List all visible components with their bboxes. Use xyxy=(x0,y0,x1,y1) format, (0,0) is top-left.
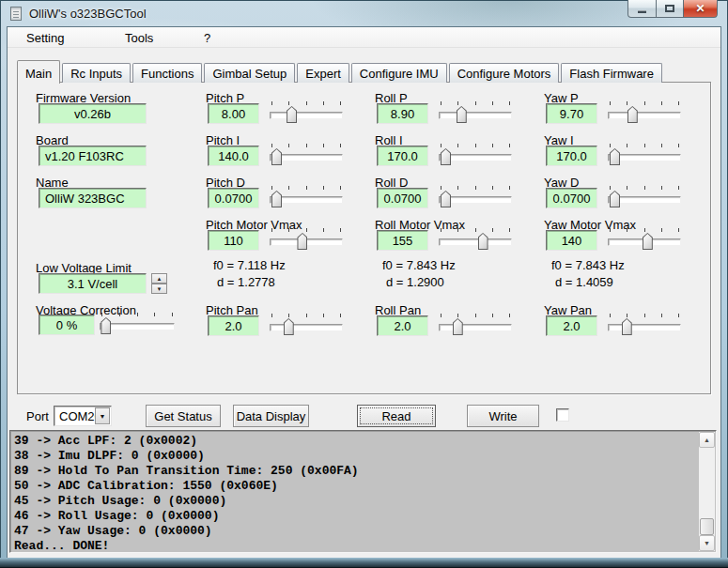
roll-vmax-slider[interactable] xyxy=(439,228,512,252)
combo-dropdown-button[interactable]: ▼ xyxy=(95,407,110,424)
slider-track[interactable] xyxy=(608,324,681,331)
window-bottom-border xyxy=(0,558,728,568)
menu-setting[interactable]: Setting xyxy=(23,30,68,46)
slider-thumb[interactable] xyxy=(627,106,638,123)
tab-flash-firmware[interactable]: Flash Firmware xyxy=(561,63,662,83)
tab-configure-motors[interactable]: Configure Motors xyxy=(449,63,560,83)
tab-configure-imu[interactable]: Configure IMU xyxy=(351,63,447,83)
pitch-pan-field[interactable]: 2.0 xyxy=(208,315,259,336)
slider-ticks xyxy=(610,228,679,232)
slider-thumb[interactable] xyxy=(297,233,307,250)
pitch-p-field[interactable]: 8.00 xyxy=(208,103,259,124)
scroll-down-button[interactable]: ▼ xyxy=(699,535,715,551)
tab-functions[interactable]: Functions xyxy=(132,63,202,83)
yaw-d-field[interactable]: 0.0700 xyxy=(546,188,597,208)
app-icon xyxy=(10,7,22,21)
menu-help[interactable]: ? xyxy=(200,30,214,46)
tab-main[interactable]: Main xyxy=(17,60,60,84)
slider-thumb[interactable] xyxy=(441,191,451,207)
slider-track[interactable] xyxy=(439,112,512,119)
slider-thumb[interactable] xyxy=(478,233,488,250)
pitch-pan-slider[interactable] xyxy=(270,314,343,337)
tab-gimbal-setup[interactable]: Gimbal Setup xyxy=(204,63,295,83)
pitch-i-field[interactable]: 140.0 xyxy=(208,146,259,166)
roll-p-slider[interactable] xyxy=(439,101,512,125)
maximize-icon xyxy=(665,5,674,12)
slider-track[interactable] xyxy=(439,324,512,331)
slider-thumb[interactable] xyxy=(610,191,620,207)
yaw-i-field[interactable]: 170.0 xyxy=(546,146,597,166)
slider-track[interactable] xyxy=(608,112,681,119)
pitch-vmax-field[interactable]: 110 xyxy=(208,230,259,251)
tab-strip: Main Rc Inputs Functions Gimbal Setup Ex… xyxy=(17,59,664,83)
slider-ticks xyxy=(101,313,173,316)
roll-f0-text: f0 = 7.843 Hz xyxy=(382,258,456,272)
spinner-down-button[interactable]: ▼ xyxy=(151,284,167,294)
voltage-correction-slider[interactable] xyxy=(100,313,175,336)
yaw-vmax-field[interactable]: 140 xyxy=(546,230,597,251)
voltage-correction-field[interactable]: 0 % xyxy=(39,315,95,335)
write-button[interactable]: Write xyxy=(467,405,539,427)
close-button[interactable]: ✕ xyxy=(683,0,718,18)
slider-thumb[interactable] xyxy=(453,318,463,335)
yaw-vmax-slider[interactable] xyxy=(608,228,681,252)
get-status-button[interactable]: Get Status xyxy=(146,405,221,427)
slider-track[interactable] xyxy=(270,324,343,331)
pitch-vmax-slider[interactable] xyxy=(270,228,343,252)
yaw-i-slider[interactable] xyxy=(608,144,681,167)
yaw-pan-slider[interactable] xyxy=(608,314,681,337)
arrow-up-icon: ▲ xyxy=(157,276,163,282)
roll-d-slider[interactable] xyxy=(439,186,512,209)
close-icon: ✕ xyxy=(695,2,705,15)
scrollbar-thumb[interactable] xyxy=(700,518,714,535)
roll-i-field[interactable]: 170.0 xyxy=(377,146,428,166)
pitch-d-field[interactable]: 0.0700 xyxy=(208,188,259,208)
yaw-p-field[interactable]: 9.70 xyxy=(546,103,597,124)
pitch-i-slider[interactable] xyxy=(270,144,343,167)
yaw-f0-text: f0 = 7.843 Hz xyxy=(551,258,625,272)
titlebar[interactable]: OlliW's o323BGCTool ✕ xyxy=(0,0,728,27)
roll-pan-field[interactable]: 2.0 xyxy=(377,315,428,336)
console-output[interactable]: 39 -> Acc LPF: 2 (0x0002) 38 -> Imu DLPF… xyxy=(14,434,695,550)
yaw-d-slider[interactable] xyxy=(608,186,681,209)
pitch-p-slider[interactable] xyxy=(270,101,343,125)
pitch-d-slider[interactable] xyxy=(270,186,343,209)
roll-vmax-field[interactable]: 155 xyxy=(377,230,428,251)
low-voltage-limit-field[interactable]: 3.1 V/cell xyxy=(39,273,147,294)
slider-thumb[interactable] xyxy=(622,318,632,335)
slider-thumb[interactable] xyxy=(101,317,111,334)
pitch-f0-text: f0 = 7.118 Hz xyxy=(213,258,286,272)
roll-d-field[interactable]: 0.0700 xyxy=(377,188,428,208)
minimize-button[interactable] xyxy=(627,0,657,18)
console-scrollbar[interactable]: ▲ ▼ xyxy=(699,432,715,551)
yaw-pan-field[interactable]: 2.0 xyxy=(546,315,597,336)
slider-thumb[interactable] xyxy=(610,148,620,165)
tab-rc-inputs[interactable]: Rc Inputs xyxy=(62,63,131,83)
slider-thumb[interactable] xyxy=(441,148,451,165)
roll-d-text: d = 1.2900 xyxy=(386,275,444,289)
slider-ticks xyxy=(441,228,510,232)
slider-thumb[interactable] xyxy=(284,318,294,335)
maximize-button[interactable] xyxy=(656,0,684,18)
slider-thumb[interactable] xyxy=(457,106,467,123)
read-button[interactable]: Read xyxy=(357,405,436,427)
slider-thumb[interactable] xyxy=(287,106,297,123)
roll-p-field[interactable]: 8.90 xyxy=(377,103,428,124)
slider-thumb[interactable] xyxy=(271,191,282,207)
slider-thumb[interactable] xyxy=(643,233,653,250)
scroll-up-button[interactable]: ▲ xyxy=(699,432,715,448)
roll-i-slider[interactable] xyxy=(439,144,512,167)
slider-track[interactable] xyxy=(270,112,343,119)
port-combobox[interactable]: COM26 ▼ xyxy=(54,406,112,426)
option-checkbox[interactable] xyxy=(556,408,569,422)
slider-track[interactable] xyxy=(439,238,512,246)
window-frame: OlliW's o323BGCTool ✕ Setting Tools ? Ma… xyxy=(0,0,728,568)
yaw-p-slider[interactable] xyxy=(608,101,681,125)
slider-thumb[interactable] xyxy=(271,148,282,165)
name-field[interactable]: OlliW 323BGC xyxy=(39,188,147,208)
roll-pan-slider[interactable] xyxy=(439,314,512,337)
data-display-button[interactable]: Data Display xyxy=(233,405,309,427)
tab-expert[interactable]: Expert xyxy=(297,63,349,83)
spinner-up-button[interactable]: ▲ xyxy=(151,273,167,284)
menu-tools[interactable]: Tools xyxy=(121,30,157,46)
